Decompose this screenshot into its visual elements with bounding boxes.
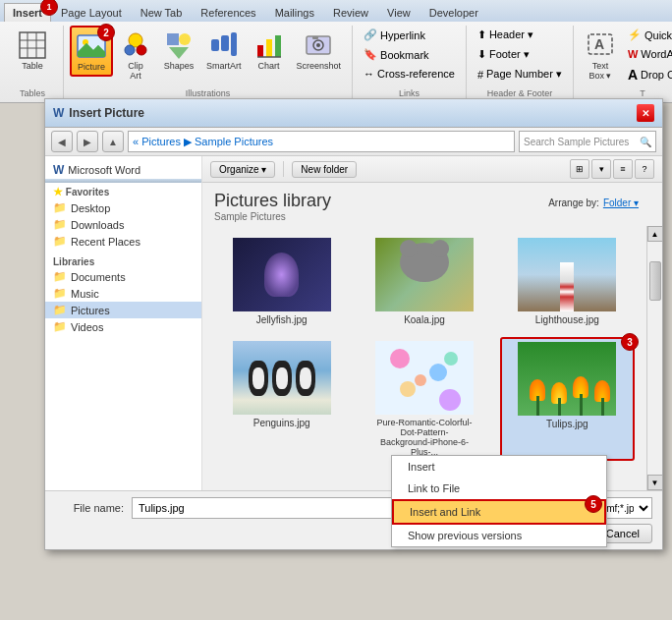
- scroll-thumb[interactable]: [649, 261, 661, 301]
- header-icon: ⬆: [477, 28, 486, 41]
- view-buttons: ⊞ ▾ ≡ ?: [570, 159, 654, 179]
- quick-parts-icon: ⚡: [628, 28, 642, 41]
- dialog-titlebar: W Insert Picture ✕: [45, 99, 662, 128]
- tab-mailings[interactable]: Mailings: [266, 3, 323, 22]
- organize-label: Organize ▾: [219, 164, 266, 175]
- sidebar-item-videos[interactable]: 📁 Videos: [45, 318, 201, 335]
- dialog-main-toolbar: Organize ▾ New folder ⊞ ▾ ≡ ?: [202, 156, 662, 183]
- sidebar-item-downloads[interactable]: 📁 Downloads: [45, 216, 201, 233]
- sidebar-item-pictures[interactable]: 📁 Pictures: [45, 302, 201, 318]
- svg-rect-17: [257, 45, 263, 57]
- file-grid-scrollbar[interactable]: ▲ ▼: [646, 226, 662, 490]
- bookmark-label: Bookmark: [380, 49, 429, 61]
- dialog-title-text: Insert Picture: [69, 106, 144, 120]
- button-picture[interactable]: Picture 2: [70, 26, 113, 77]
- button-table[interactable]: Table: [8, 26, 57, 75]
- button-page-number[interactable]: # Page Number ▾: [473, 65, 567, 84]
- button-drop-cap[interactable]: A Drop Cap: [623, 64, 672, 85]
- dialog-address-toolbar: ◀ ▶ ▲ « Pictures ▶ Sample Pictures Searc…: [45, 128, 662, 156]
- sidebar-pictures-label: Pictures: [71, 305, 110, 316]
- file-grid: Jellyfish.jpg Koala.jpg: [202, 226, 646, 490]
- button-footer[interactable]: ⬇ Footer ▾: [473, 45, 567, 64]
- dialog-main-content: Organize ▾ New folder ⊞ ▾ ≡ ? Pictures l…: [202, 156, 662, 490]
- penguins-thumbnail: [233, 341, 331, 415]
- koala-filename: Koala.jpg: [404, 314, 445, 325]
- sidebar-item-desktop[interactable]: 📁 Desktop: [45, 199, 201, 216]
- search-icon: 🔍: [640, 137, 651, 147]
- view-btn-help[interactable]: ?: [635, 159, 654, 179]
- sidebar-item-documents[interactable]: 📁 Documents: [45, 268, 201, 285]
- button-clip-art[interactable]: ClipArt: [115, 26, 156, 85]
- group-illustrations-label: Illustrations: [186, 86, 231, 98]
- svg-point-9: [125, 45, 135, 55]
- wordart-label: WordArt: [641, 48, 672, 60]
- nav-up-button[interactable]: ▲: [102, 131, 124, 152]
- tab-view[interactable]: View: [378, 3, 420, 22]
- sidebar-item-microsoft-word[interactable]: W Microsoft Word: [45, 161, 201, 179]
- button-screenshot[interactable]: Screenshot: [292, 26, 347, 75]
- button-wordart[interactable]: W WordArt: [623, 45, 672, 63]
- address-bar[interactable]: « Pictures ▶ Sample Pictures: [128, 131, 515, 152]
- new-folder-button[interactable]: New folder: [292, 161, 357, 178]
- scroll-up-button[interactable]: ▲: [647, 226, 663, 242]
- group-header-footer-label: Header & Footer: [487, 86, 553, 98]
- view-btn-3[interactable]: ≡: [613, 159, 633, 179]
- button-bookmark[interactable]: 🔖 Bookmark: [359, 45, 460, 64]
- svg-point-23: [316, 43, 320, 47]
- dialog-close-button[interactable]: ✕: [637, 104, 654, 122]
- pictures-folder-icon: 📁: [53, 304, 67, 316]
- file-item-lighthouse[interactable]: Lighthouse.jpg: [500, 234, 635, 329]
- arrange-value[interactable]: Folder ▾: [603, 197, 639, 208]
- view-btn-2[interactable]: ▾: [591, 159, 611, 179]
- button-cross-reference[interactable]: ↔ Cross-reference: [359, 65, 460, 83]
- button-quick-parts[interactable]: ⚡ Quick Parts: [623, 26, 672, 44]
- svg-point-10: [137, 45, 146, 55]
- tab-insert[interactable]: Insert 1: [4, 3, 51, 22]
- insert-dropdown-menu: Insert Link to File Insert and Link 5 Sh…: [391, 455, 607, 547]
- videos-folder-icon: 📁: [53, 320, 67, 333]
- nav-forward-button[interactable]: ▶: [77, 131, 98, 152]
- tab-review[interactable]: Review: [324, 3, 377, 22]
- view-btn-1[interactable]: ⊞: [570, 159, 589, 179]
- group-tables: Table Tables: [2, 26, 64, 98]
- new-folder-label: New folder: [301, 164, 348, 175]
- shapes-icon: [163, 29, 195, 61]
- ribbon-content: Table Tables Pictur: [0, 22, 672, 102]
- ribbon-tab-bar: Insert 1 Page Layout New Tab References …: [0, 0, 672, 22]
- tab-references[interactable]: References: [192, 3, 264, 22]
- file-item-tulips[interactable]: Tulips.jpg 3: [500, 337, 635, 461]
- file-item-pattern[interactable]: Pure-Romantic-Colorful-Dot-Pattern-Backg…: [357, 337, 491, 461]
- scroll-down-button[interactable]: ▼: [647, 475, 663, 490]
- file-item-koala[interactable]: Koala.jpg: [357, 234, 491, 329]
- button-chart[interactable]: Chart: [249, 26, 290, 75]
- text-box-btn-label: TextBox ▾: [588, 61, 611, 81]
- tab-developer[interactable]: Developer: [420, 3, 487, 22]
- dropdown-item-show-previous[interactable]: Show previous versions: [392, 525, 606, 546]
- sidebar-item-music[interactable]: 📁 Music: [45, 285, 201, 302]
- table-icon: [17, 29, 48, 61]
- dropdown-item-link-to-file[interactable]: Link to File: [392, 478, 606, 499]
- tab-page-layout[interactable]: Page Layout: [52, 3, 131, 22]
- button-smartart[interactable]: SmartArt: [201, 26, 247, 75]
- dropdown-item-insert[interactable]: Insert: [392, 456, 606, 478]
- organize-button[interactable]: Organize ▾: [210, 161, 275, 178]
- recent-folder-icon: 📁: [53, 235, 67, 248]
- tab-new-tab[interactable]: New Tab: [132, 3, 192, 22]
- button-text-box[interactable]: A TextBox ▾: [580, 26, 621, 85]
- downloads-folder-icon: 📁: [53, 218, 67, 231]
- favorites-star-icon: ★: [53, 186, 63, 197]
- button-hyperlink[interactable]: 🔗 Hyperlink: [359, 26, 460, 44]
- jellyfish-thumbnail: [233, 238, 331, 311]
- nav-back-button[interactable]: ◀: [51, 131, 73, 152]
- lighthouse-thumbnail: [518, 238, 616, 311]
- button-shapes[interactable]: Shapes: [158, 26, 199, 75]
- file-item-jellyfish[interactable]: Jellyfish.jpg: [214, 234, 349, 329]
- sidebar-item-recent-places[interactable]: 📁 Recent Places: [45, 233, 201, 250]
- tulips-filename: Tulips.jpg: [546, 419, 588, 429]
- button-header[interactable]: ⬆ Header ▾: [473, 26, 567, 44]
- search-bar[interactable]: Search Sample Pictures 🔍: [519, 131, 656, 152]
- hyperlink-icon: 🔗: [364, 28, 377, 41]
- dropdown-item-insert-and-link[interactable]: Insert and Link 5: [392, 499, 606, 525]
- file-item-penguins[interactable]: Penguins.jpg: [214, 337, 349, 461]
- svg-rect-16: [231, 32, 237, 56]
